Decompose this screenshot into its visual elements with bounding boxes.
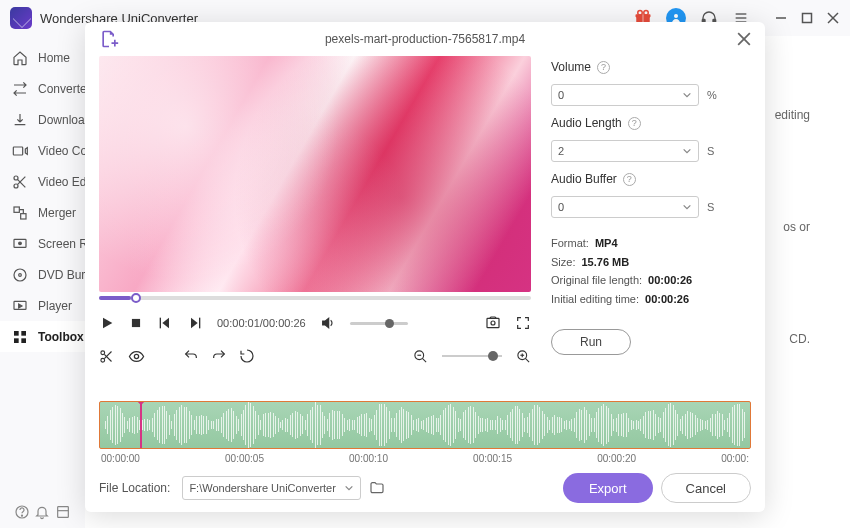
svg-point-32 bbox=[22, 515, 23, 516]
play-button[interactable] bbox=[99, 315, 115, 331]
bell-icon[interactable] bbox=[34, 504, 50, 520]
volume-select[interactable]: 0 bbox=[551, 84, 699, 106]
svg-point-25 bbox=[19, 273, 22, 276]
svg-point-40 bbox=[491, 321, 495, 325]
sidebar-item-home[interactable]: Home bbox=[0, 42, 85, 73]
volume-slider[interactable] bbox=[350, 322, 408, 325]
svg-rect-12 bbox=[803, 14, 812, 23]
svg-point-41 bbox=[101, 350, 105, 354]
audio-timeline[interactable] bbox=[99, 401, 751, 449]
undo-button[interactable] bbox=[183, 348, 199, 364]
svg-point-24 bbox=[14, 269, 26, 281]
zoom-in-button[interactable] bbox=[516, 349, 531, 364]
timeline-section: 00:00:00 00:00:05 00:00:10 00:00:15 00:0… bbox=[99, 401, 751, 464]
export-button[interactable]: Export bbox=[563, 473, 653, 503]
browse-folder-button[interactable] bbox=[369, 480, 385, 496]
preview-toggle-button[interactable] bbox=[128, 348, 145, 365]
svg-rect-36 bbox=[132, 319, 140, 327]
sidebar-item-dvd[interactable]: DVD Burner bbox=[0, 259, 85, 290]
preview-column: 00:00:01/00:00:26 bbox=[99, 56, 531, 397]
svg-point-16 bbox=[14, 176, 18, 180]
modal-footer: File Location: F:\Wondershare UniConvert… bbox=[85, 464, 765, 512]
file-info: Format:MP4 Size:15.76 MB Original file l… bbox=[551, 234, 751, 309]
svg-line-50 bbox=[525, 358, 529, 362]
prev-button[interactable] bbox=[157, 315, 173, 331]
fullscreen-button[interactable] bbox=[515, 315, 531, 331]
audio-length-unit: S bbox=[707, 145, 714, 157]
close-button[interactable] bbox=[826, 11, 840, 25]
volume-label: Volume? bbox=[551, 60, 751, 74]
stop-button[interactable] bbox=[129, 316, 143, 330]
grid-icon bbox=[12, 329, 28, 345]
settings-column: Volume? 0 % Audio Length? 2 S Audio Buff… bbox=[551, 56, 751, 397]
help-icon[interactable] bbox=[14, 504, 30, 520]
help-icon[interactable]: ? bbox=[597, 61, 610, 74]
sidebar-item-label: Merger bbox=[38, 206, 76, 220]
help-icon[interactable]: ? bbox=[628, 117, 641, 130]
audio-length-select[interactable]: 2 bbox=[551, 140, 699, 162]
sidebar-item-label: Converter bbox=[38, 82, 85, 96]
svg-rect-39 bbox=[487, 318, 499, 327]
playhead[interactable] bbox=[140, 401, 142, 448]
cancel-button[interactable]: Cancel bbox=[661, 473, 751, 503]
volume-unit: % bbox=[707, 89, 717, 101]
player-controls: 00:00:01/00:00:26 bbox=[99, 310, 531, 336]
seek-bar[interactable] bbox=[99, 296, 531, 300]
modal-close-button[interactable] bbox=[737, 32, 751, 46]
minimize-button[interactable] bbox=[774, 11, 788, 25]
svg-point-4 bbox=[644, 11, 649, 16]
sidebar-item-recorder[interactable]: Screen Recorder bbox=[0, 228, 85, 259]
bg-text: os or bbox=[783, 220, 810, 234]
modal-header: pexels-mart-production-7565817.mp4 bbox=[85, 22, 765, 56]
zoom-slider[interactable] bbox=[442, 355, 502, 357]
maximize-button[interactable] bbox=[800, 11, 814, 25]
file-location-select[interactable]: F:\Wondershare UniConverter bbox=[182, 476, 361, 500]
sidebar-item-toolbox[interactable]: Toolbox bbox=[0, 321, 85, 352]
svg-point-42 bbox=[101, 358, 105, 362]
cut-button[interactable] bbox=[99, 349, 114, 364]
audio-buffer-select[interactable]: 0 bbox=[551, 196, 699, 218]
redo-button[interactable] bbox=[211, 348, 227, 364]
snapshot-button[interactable] bbox=[485, 315, 501, 331]
video-preview[interactable] bbox=[99, 56, 531, 292]
volume-icon[interactable] bbox=[320, 315, 336, 331]
merge-icon bbox=[12, 205, 28, 221]
help-icon[interactable]: ? bbox=[623, 173, 636, 186]
svg-rect-15 bbox=[13, 147, 22, 155]
svg-rect-30 bbox=[21, 338, 26, 343]
run-button[interactable]: Run bbox=[551, 329, 631, 355]
sidebar-item-label: Player bbox=[38, 299, 72, 313]
sidebar-item-compressor[interactable]: Video Compressor bbox=[0, 135, 85, 166]
compress-icon bbox=[12, 143, 28, 159]
convert-icon bbox=[12, 81, 28, 97]
audio-length-label: Audio Length? bbox=[551, 116, 751, 130]
add-file-icon[interactable] bbox=[99, 29, 119, 49]
sidebar-item-label: Toolbox bbox=[38, 330, 84, 344]
sidebar: Home Converter Downloader Video Compress… bbox=[0, 36, 85, 528]
bg-text: editing bbox=[775, 108, 810, 122]
file-location-label: File Location: bbox=[99, 481, 170, 495]
sidebar-item-converter[interactable]: Converter bbox=[0, 73, 85, 104]
next-button[interactable] bbox=[187, 315, 203, 331]
expand-icon[interactable] bbox=[55, 504, 71, 520]
svg-line-47 bbox=[422, 358, 426, 362]
svg-point-45 bbox=[134, 354, 138, 358]
svg-rect-28 bbox=[21, 331, 26, 336]
sidebar-item-label: Video Compressor bbox=[38, 144, 85, 158]
svg-point-3 bbox=[638, 11, 643, 16]
sidebar-item-merger[interactable]: Merger bbox=[0, 197, 85, 228]
bg-text: CD. bbox=[789, 332, 810, 346]
svg-rect-38 bbox=[199, 318, 200, 329]
sidebar-item-editor[interactable]: Video Editor bbox=[0, 166, 85, 197]
reset-button[interactable] bbox=[239, 348, 255, 364]
svg-rect-21 bbox=[21, 213, 26, 218]
sidebar-item-downloader[interactable]: Downloader bbox=[0, 104, 85, 135]
zoom-out-button[interactable] bbox=[413, 349, 428, 364]
audio-buffer-label: Audio Buffer? bbox=[551, 172, 751, 186]
modal-filename: pexels-mart-production-7565817.mp4 bbox=[325, 32, 525, 46]
audio-buffer-unit: S bbox=[707, 201, 714, 213]
svg-rect-20 bbox=[14, 207, 19, 212]
disc-icon bbox=[12, 267, 28, 283]
svg-rect-37 bbox=[160, 318, 161, 329]
sidebar-item-player[interactable]: Player bbox=[0, 290, 85, 321]
